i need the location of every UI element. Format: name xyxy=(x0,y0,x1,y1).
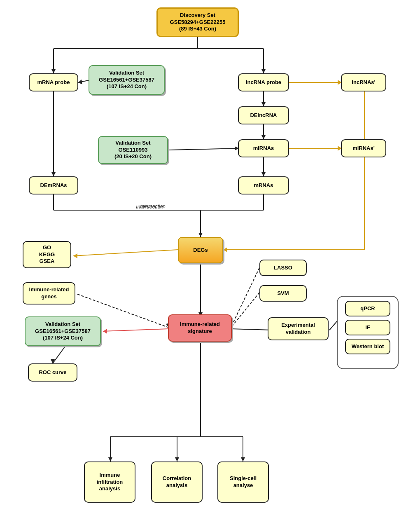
svg-marker-3 xyxy=(51,69,56,73)
svg-marker-6 xyxy=(261,69,266,73)
immune-infiltration-box: Immune infiltration analysis xyxy=(84,461,135,503)
svg-line-33 xyxy=(231,293,259,328)
if-box: IF xyxy=(345,320,390,335)
svg-marker-45 xyxy=(108,457,112,461)
delncrna-box: DElncRNA xyxy=(238,106,289,124)
experimental-validation-box: Experimental validation xyxy=(268,317,329,340)
degs-box: DEGs xyxy=(178,237,223,263)
mirnas-prime-box: miRNAs' xyxy=(341,139,386,157)
svg-line-31 xyxy=(231,268,259,328)
western-blot-box: Western blot xyxy=(345,339,390,354)
immune-related-genes-box: Immune-related genes xyxy=(23,282,75,305)
mirnas-box: miRNAs xyxy=(238,139,289,157)
mrna-probe-box: mRNA probe xyxy=(29,73,78,91)
demrnas-box: DEmRNAs xyxy=(29,176,78,194)
svg-line-25 xyxy=(73,250,178,256)
svg-marker-24 xyxy=(198,233,203,237)
qpcr-box: qPCR xyxy=(345,301,390,316)
validation-set-2-box: Validation Set GSE110993 (20 IS+20 Con) xyxy=(98,136,168,164)
svg-marker-8 xyxy=(78,80,82,84)
discovery-set-box: Discovery Set GSE58294+GSE22255 (89 IS+4… xyxy=(156,7,239,37)
svg-marker-60 xyxy=(223,247,227,252)
lncrna-probe-box: lncRNA probe xyxy=(238,73,289,91)
validation-set-3-box: Validation Set GSE16561+GSE37587 (107 IS… xyxy=(25,316,101,346)
validation-set-1-box: Validation Set GSE16561+GSE37587 (107 IS… xyxy=(89,65,165,95)
flowchart: Intersection Discovery Set GSE58294+GSE2… xyxy=(0,0,420,520)
roc-curve-box: ROC curve xyxy=(28,363,77,382)
svg-marker-16 xyxy=(261,172,266,176)
mrnas-box: mRNAs xyxy=(238,176,289,194)
svg-marker-41 xyxy=(51,359,55,363)
svg-marker-18 xyxy=(51,172,56,176)
svg-marker-51 xyxy=(241,457,245,461)
go-kegg-gsea-box: GO KEGG GSEA xyxy=(23,241,71,268)
experimental-methods-container: qPCR IF Western blot xyxy=(337,296,399,369)
single-cell-box: Single-cell analyse xyxy=(217,461,269,503)
svg-marker-12 xyxy=(261,135,266,139)
svg-line-13 xyxy=(169,148,239,150)
svg-line-36 xyxy=(231,329,272,330)
correlation-analysis-box: Correlation analysis xyxy=(151,461,203,503)
lasso-box: LASSO xyxy=(259,260,307,276)
immune-signature-box: Immune-related signature xyxy=(168,314,232,342)
svg-marker-26 xyxy=(73,253,77,258)
svg-marker-48 xyxy=(175,457,179,461)
svg-marker-35 xyxy=(103,329,107,334)
lncrnas-prime-box: lncRNAs' xyxy=(341,73,386,91)
svg-marker-10 xyxy=(261,102,266,106)
svg-line-40 xyxy=(53,345,66,363)
svg-line-34 xyxy=(103,329,169,331)
intersection-label: Intersection xyxy=(136,204,163,210)
svm-box: SVM xyxy=(259,285,307,302)
